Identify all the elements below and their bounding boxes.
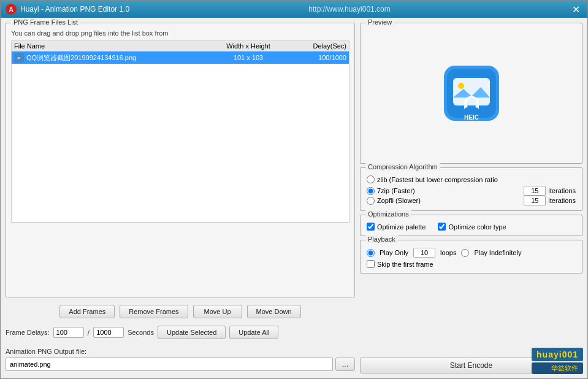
7zip-label: 7zip (Faster)	[377, 187, 415, 194]
file-row-name: QQ浏览器截图20190924134916.png	[26, 53, 212, 63]
zopfli-label: Zopfli (Slower)	[377, 197, 421, 204]
play-only-radio[interactable]	[367, 249, 375, 257]
title-bar: A Huayi - Animation PNG Editor 1.0 http:…	[1, 1, 587, 18]
window-title: Huayi - Animation PNG Editor 1.0	[20, 5, 129, 13]
title-bar-left: A Huayi - Animation PNG Editor 1.0	[6, 4, 129, 15]
compression-zlib-row: zlib (Fastest but lower compression rati…	[367, 175, 576, 183]
zopfli-radio-row: Zopfli (Slower)	[367, 197, 519, 205]
browse-button[interactable]: ...	[335, 358, 355, 371]
playback-box: Playback Play Only loops Play Indefinite…	[360, 240, 582, 274]
file-list-group-title: PNG Frame Files List	[11, 18, 80, 26]
frame-delay-label: Frame Delays:	[6, 329, 50, 336]
7zip-radio-row: 7zip (Faster)	[367, 187, 519, 195]
remove-frames-button[interactable]: Remove Frames	[120, 305, 188, 318]
optimize-color-type-label: Optimize color type	[448, 223, 506, 231]
play-indefinitely-label: Play Indefinitely	[474, 249, 521, 256]
file-row-delay: 100/1000	[285, 54, 346, 61]
compression-box: Compression Algorithm zlib (Fastest but …	[360, 167, 582, 211]
loops-label: loops	[440, 249, 456, 256]
watermark-chinese: 华益软件	[532, 362, 583, 374]
optimizations-row: Optimize palette Optimize color type	[367, 223, 576, 231]
app-icon: A	[6, 4, 17, 15]
svg-text:P: P	[17, 56, 20, 61]
play-only-label: Play Only	[380, 249, 408, 256]
zlib-label: zlib (Fastest but lower compression rati…	[377, 176, 498, 183]
zopfli-iterations-label: iterations	[548, 197, 576, 204]
playback-row2: Skip the first frame	[367, 260, 576, 268]
add-frames-button[interactable]: Add Frames	[59, 305, 115, 318]
update-all-button[interactable]: Update All	[229, 326, 278, 339]
output-row: animated.png ...	[6, 358, 355, 371]
play-indefinitely-radio[interactable]	[461, 249, 469, 257]
main-content: PNG Frame Files List You can drag and dr…	[1, 18, 587, 378]
file-icon: P	[14, 53, 24, 63]
watermark-container: huayi001 华益软件	[532, 348, 583, 374]
col-filename-header: File Name	[14, 42, 212, 50]
zlib-radio[interactable]	[367, 175, 375, 183]
col-delay-header: Delay(Sec)	[285, 42, 346, 50]
playback-title: Playback	[365, 235, 398, 243]
frame-delay-input2[interactable]: 1000	[93, 327, 124, 338]
svg-text:HEIC: HEIC	[464, 114, 479, 121]
svg-point-7	[458, 83, 464, 89]
close-button[interactable]: ✕	[570, 2, 582, 17]
move-down-button[interactable]: Move Down	[247, 305, 301, 318]
optimizations-title: Optimizations	[365, 210, 411, 218]
optimize-color-type-item: Optimize color type	[438, 223, 506, 231]
loops-input[interactable]	[413, 248, 435, 258]
playback-row1: Play Only loops Play Indefinitely	[367, 248, 576, 258]
table-row[interactable]: P QQ浏览器截图20190924134916.png 101 x 103 10…	[12, 52, 349, 64]
compression-title: Compression Algorithm	[365, 163, 440, 170]
optimize-palette-label: Optimize palette	[377, 223, 426, 231]
optimizations-box: Optimizations Optimize palette Optimize …	[360, 215, 582, 236]
frame-delay-row: Frame Delays: 100 / 1000 Seconds Update …	[6, 323, 355, 342]
zopfli-radio[interactable]	[367, 197, 375, 205]
left-panel: PNG Frame Files List You can drag and dr…	[6, 23, 355, 373]
delay-separator: /	[88, 328, 90, 337]
svg-text:A: A	[9, 6, 13, 13]
skip-first-checkbox[interactable]	[367, 260, 375, 268]
optimize-palette-item: Optimize palette	[367, 223, 426, 231]
zopfli-iterations-input[interactable]	[524, 196, 546, 205]
file-list-body[interactable]: P QQ浏览器截图20190924134916.png 101 x 103 10…	[11, 51, 349, 223]
optimize-palette-checkbox[interactable]	[367, 223, 375, 231]
col-size-header: Width x Height	[212, 42, 285, 50]
file-list-group: PNG Frame Files List You can drag and dr…	[6, 23, 355, 297]
preview-box: Preview HEIC	[360, 23, 582, 164]
action-buttons-row: Add Frames Remove Frames Move Up Move Do…	[6, 301, 355, 320]
zopfli-iter-row: iterations	[524, 196, 576, 205]
frame-delay-input1[interactable]: 100	[53, 327, 84, 338]
file-row-size: 101 x 103	[212, 54, 285, 61]
optimize-color-type-checkbox[interactable]	[438, 223, 446, 231]
move-up-button[interactable]: Move Up	[193, 305, 242, 318]
7zip-radio[interactable]	[367, 187, 375, 195]
output-file-input[interactable]: animated.png	[6, 358, 333, 371]
window-url: http://www.huayi001.com	[308, 5, 390, 13]
7zip-iter-row: iterations	[524, 186, 576, 196]
right-panel: Preview HEIC	[360, 23, 582, 373]
output-label: Animation PNG Output file:	[6, 348, 355, 355]
7zip-iterations-input[interactable]	[524, 186, 546, 196]
file-list-description: You can drag and drop png files into the…	[11, 29, 349, 37]
update-selected-button[interactable]: Update Selected	[158, 326, 226, 339]
main-window: A Huayi - Animation PNG Editor 1.0 http:…	[0, 0, 588, 379]
preview-title: Preview	[365, 18, 394, 26]
compression-7zip-row: 7zip (Faster) iterations	[367, 186, 576, 196]
skip-first-label: Skip the first frame	[377, 261, 433, 268]
file-list-header: File Name Width x Height Delay(Sec)	[11, 40, 349, 51]
delay-unit: Seconds	[128, 329, 154, 336]
preview-icon: HEIC	[444, 66, 499, 121]
output-section: Animation PNG Output file: animated.png …	[6, 345, 355, 373]
watermark-text: huayi001	[532, 348, 583, 361]
compression-zopfli-row: Zopfli (Slower) iterations	[367, 196, 576, 205]
7zip-iterations-label: iterations	[548, 187, 576, 194]
